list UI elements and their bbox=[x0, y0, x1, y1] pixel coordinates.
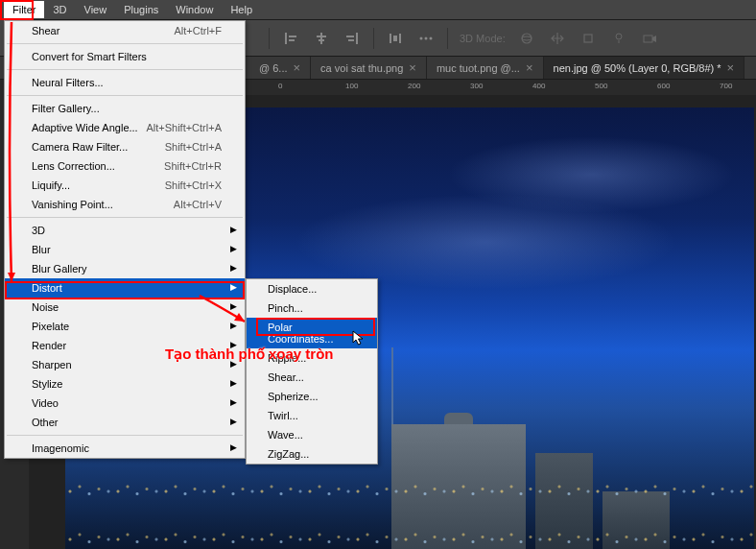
svg-point-0 bbox=[420, 36, 423, 39]
svg-point-1 bbox=[425, 36, 428, 39]
menu-lens-correction[interactable]: Lens Correction...Shift+Ctrl+R bbox=[5, 156, 245, 176]
orbit-icon[interactable] bbox=[517, 29, 536, 48]
submenu-wave[interactable]: Wave... bbox=[247, 425, 377, 444]
tab-1[interactable]: ca voi sat thu.png× bbox=[311, 57, 427, 79]
menu-vanishing-point[interactable]: Vanishing Point...Alt+Ctrl+V bbox=[5, 195, 245, 214]
chevron-right-icon: ▶ bbox=[230, 442, 237, 452]
menu-window[interactable]: Window bbox=[167, 1, 222, 18]
menu-shear[interactable]: ShearAlt+Ctrl+F bbox=[5, 21, 245, 40]
svg-point-2 bbox=[430, 36, 433, 39]
menu-camera-raw[interactable]: Camera Raw Filter...Shift+Ctrl+A bbox=[5, 137, 245, 156]
menu-pixelate[interactable]: Pixelate▶ bbox=[5, 317, 245, 336]
chevron-right-icon: ▶ bbox=[230, 397, 237, 407]
menubar: Filter 3D View Plugins Window Help bbox=[0, 0, 756, 20]
menu-liquify[interactable]: Liquify...Shift+Ctrl+X bbox=[5, 176, 245, 195]
chevron-right-icon: ▶ bbox=[230, 417, 237, 426]
tab-0[interactable]: @ 6...× bbox=[249, 57, 311, 79]
menu-filter[interactable]: Filter bbox=[4, 1, 44, 18]
align-right-icon[interactable] bbox=[343, 29, 362, 48]
submenu-shear[interactable]: Shear... bbox=[247, 368, 377, 387]
svg-rect-5 bbox=[584, 35, 592, 42]
filter-dropdown: ShearAlt+Ctrl+F Convert for Smart Filter… bbox=[4, 20, 246, 459]
submenu-twirl[interactable]: Twirl... bbox=[247, 406, 377, 425]
chevron-right-icon: ▶ bbox=[230, 263, 237, 273]
more-icon[interactable] bbox=[416, 29, 436, 48]
svg-rect-7 bbox=[644, 36, 652, 42]
chevron-right-icon: ▶ bbox=[230, 321, 237, 330]
menu-blur[interactable]: Blur▶ bbox=[5, 240, 245, 259]
align-center-icon[interactable] bbox=[312, 29, 331, 48]
close-icon[interactable]: × bbox=[526, 60, 533, 75]
close-icon[interactable]: × bbox=[409, 60, 416, 75]
menu-help[interactable]: Help bbox=[222, 1, 261, 18]
distort-submenu: Displace... Pinch... Polar Coordinates..… bbox=[246, 278, 378, 465]
cursor-icon bbox=[352, 330, 366, 347]
chevron-right-icon: ▶ bbox=[230, 225, 237, 234]
camera-icon[interactable] bbox=[640, 29, 659, 48]
menu-plugins[interactable]: Plugins bbox=[115, 1, 167, 18]
menu-other[interactable]: Other▶ bbox=[5, 413, 245, 432]
dolly-icon[interactable] bbox=[579, 29, 598, 48]
distribute-icon[interactable] bbox=[386, 29, 405, 48]
chevron-right-icon: ▶ bbox=[230, 244, 237, 253]
chevron-right-icon: ▶ bbox=[230, 301, 237, 311]
tab-2[interactable]: muc tuot.png @...× bbox=[427, 57, 544, 79]
menu-convert-smart[interactable]: Convert for Smart Filters bbox=[5, 47, 245, 66]
svg-point-3 bbox=[522, 34, 532, 43]
pan-icon[interactable] bbox=[548, 29, 567, 48]
menu-stylize[interactable]: Stylize▶ bbox=[5, 374, 245, 394]
menu-3d[interactable]: 3D bbox=[44, 1, 75, 18]
align-left-icon[interactable] bbox=[281, 29, 300, 48]
menu-3d-sub[interactable]: 3D▶ bbox=[5, 221, 245, 240]
light-icon[interactable] bbox=[609, 29, 628, 48]
menu-distort[interactable]: Distort▶ bbox=[5, 278, 245, 298]
close-icon[interactable]: × bbox=[727, 60, 735, 75]
svg-point-6 bbox=[616, 34, 622, 39]
mode-label: 3D Mode: bbox=[460, 33, 506, 44]
tab-3[interactable]: nen.jpg @ 50% (Layer 0, RGB/8#) *× bbox=[544, 57, 745, 79]
submenu-zigzag[interactable]: ZigZag... bbox=[247, 444, 377, 464]
menu-blur-gallery[interactable]: Blur Gallery▶ bbox=[5, 259, 245, 278]
menu-imagenomic[interactable]: Imagenomic▶ bbox=[5, 439, 245, 458]
menu-filter-gallery[interactable]: Filter Gallery... bbox=[5, 99, 245, 118]
close-icon[interactable]: × bbox=[294, 60, 301, 75]
menu-neural[interactable]: Neural Filters... bbox=[5, 73, 245, 92]
annotation-text: Tạo thành phố xoay tròn bbox=[165, 346, 334, 363]
svg-point-4 bbox=[522, 36, 532, 40]
chevron-right-icon: ▶ bbox=[230, 378, 237, 388]
submenu-displace[interactable]: Displace... bbox=[247, 279, 377, 298]
submenu-pinch[interactable]: Pinch... bbox=[247, 298, 377, 318]
chevron-right-icon: ▶ bbox=[230, 282, 237, 292]
menu-adaptive-wide[interactable]: Adaptive Wide Angle...Alt+Shift+Ctrl+A bbox=[5, 118, 245, 137]
menu-view[interactable]: View bbox=[76, 1, 116, 18]
submenu-spherize[interactable]: Spherize... bbox=[247, 387, 377, 406]
menu-noise[interactable]: Noise▶ bbox=[5, 298, 245, 317]
menu-video[interactable]: Video▶ bbox=[5, 394, 245, 413]
